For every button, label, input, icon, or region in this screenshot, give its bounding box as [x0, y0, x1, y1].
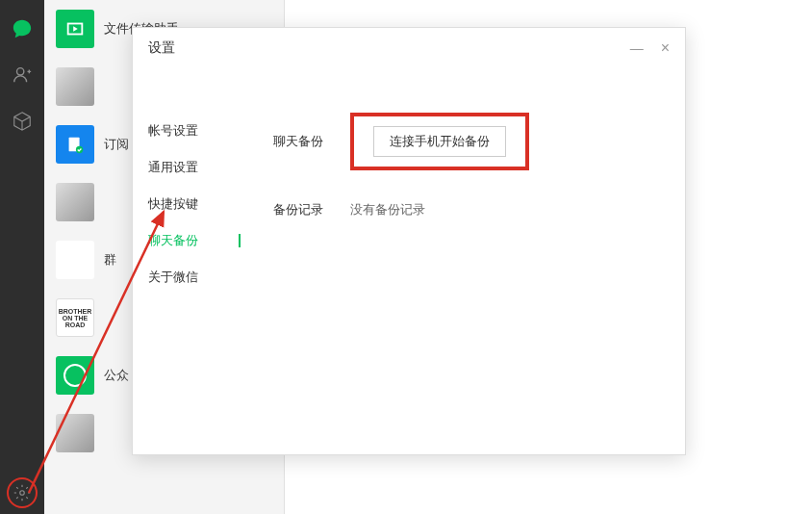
contacts-icon[interactable] — [11, 64, 34, 87]
avatar — [56, 67, 94, 106]
minimize-button[interactable]: — — [630, 40, 644, 56]
nav-shortcut[interactable]: 快捷按键 — [148, 186, 227, 222]
svg-point-0 — [17, 68, 24, 75]
backup-button-highlight: 连接手机开始备份 — [350, 113, 529, 170]
svg-point-1 — [20, 491, 25, 496]
collection-icon[interactable] — [11, 110, 34, 133]
settings-nav: 帐号设置 通用设置 快捷按键 聊天备份 关于微信 — [148, 68, 227, 296]
chat-name: 订阅 — [104, 136, 129, 153]
chat-icon[interactable] — [11, 17, 34, 40]
nav-about[interactable]: 关于微信 — [148, 259, 227, 296]
record-value: 没有备份记录 — [350, 201, 425, 218]
avatar — [56, 414, 94, 452]
backup-label: 聊天备份 — [273, 133, 350, 150]
close-button[interactable]: × — [661, 39, 670, 57]
connect-phone-backup-button[interactable]: 连接手机开始备份 — [373, 126, 506, 157]
record-label: 备份记录 — [273, 201, 350, 218]
settings-icon[interactable] — [7, 477, 38, 508]
chat-name: 群 — [104, 251, 116, 269]
nav-sidebar — [0, 0, 44, 514]
nav-general[interactable]: 通用设置 — [148, 149, 227, 186]
avatar — [56, 356, 94, 395]
chat-name: 公众 — [104, 367, 129, 384]
avatar — [56, 125, 94, 164]
avatar — [56, 183, 94, 221]
settings-dialog: 设置 — × 帐号设置 通用设置 快捷按键 聊天备份 关于微信 聊天备份 连接手… — [132, 27, 686, 455]
settings-content: 聊天备份 连接手机开始备份 备份记录 没有备份记录 — [227, 68, 670, 296]
avatar — [56, 10, 94, 48]
nav-backup[interactable]: 聊天备份 — [148, 222, 227, 259]
dialog-header: 设置 — × — [133, 28, 685, 68]
avatar: BROTHER ON THE ROAD — [56, 298, 94, 337]
avatar — [56, 241, 94, 279]
nav-account[interactable]: 帐号设置 — [148, 113, 227, 149]
dialog-title: 设置 — [148, 39, 175, 57]
